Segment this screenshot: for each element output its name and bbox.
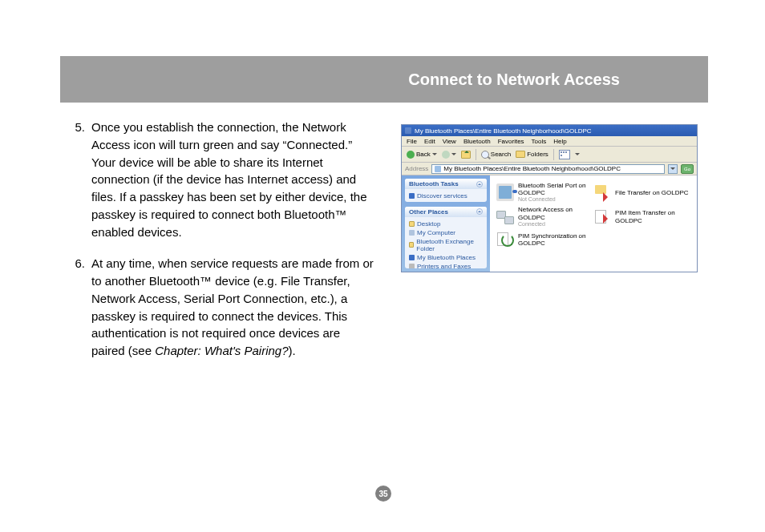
menu-file[interactable]: File: [407, 138, 417, 145]
step-6-text: At any time, when service requests are m…: [91, 255, 375, 360]
address-label: Address: [405, 165, 428, 172]
service-network-access[interactable]: Network Access on GOLDPC Connected: [496, 206, 593, 227]
address-icon: [435, 166, 441, 172]
service-text: PIM Synchronization on GOLDPC: [518, 232, 593, 247]
forward-dropdown-icon: [451, 153, 456, 158]
toolbar-separator: [476, 149, 476, 160]
address-field[interactable]: My Bluetooth Places\Entire Bluetooth Nei…: [431, 164, 665, 174]
menu-edit[interactable]: Edit: [424, 138, 435, 145]
step-5: 5. Once you establish the connection, th…: [71, 119, 375, 240]
folder-icon: [409, 242, 414, 248]
menu-help[interactable]: Help: [553, 138, 566, 145]
service-name: PIM Item Transfer on GOLDPC: [615, 209, 690, 224]
instruction-list: 5. Once you establish the connection, th…: [71, 119, 375, 374]
service-pim-item-transfer[interactable]: PIM Item Transfer on GOLDPC: [593, 206, 690, 227]
up-folder-button[interactable]: [461, 151, 471, 159]
service-name: Bluetooth Serial Port on GOLDPC: [518, 182, 593, 196]
collapse-icon: [476, 181, 483, 187]
service-name: PIM Synchronization on GOLDPC: [518, 232, 593, 247]
pane-body-bluetooth-tasks: Discover services: [405, 189, 487, 202]
sidebar-link-desktop[interactable]: Desktop: [409, 220, 483, 228]
network-access-icon: [496, 208, 514, 226]
serial-port-icon: [496, 183, 514, 201]
go-label: Go: [684, 167, 690, 171]
sidebar-link-label: My Computer: [417, 229, 455, 236]
address-path: My Bluetooth Places\Entire Bluetooth Nei…: [443, 165, 621, 172]
step-6-number: 6.: [71, 255, 91, 360]
window-titlebar[interactable]: My Bluetooth Places\Entire Bluetooth Nei…: [402, 125, 697, 136]
step-6-text-b: ).: [289, 344, 296, 357]
sidebar-link-label: Printers and Faxes: [417, 263, 471, 268]
views-dropdown-icon: [575, 153, 580, 158]
sidebar-link-my-computer[interactable]: My Computer: [409, 228, 483, 237]
service-pim-sync[interactable]: PIM Synchronization on GOLDPC: [496, 231, 593, 248]
sidebar-link-label: My Bluetooth Places: [417, 254, 476, 261]
step-6-text-a: At any time, when service requests are m…: [91, 256, 374, 357]
bluetooth-icon: [409, 193, 415, 199]
step-6-italic: Chapter: What's Pairing?: [155, 344, 288, 357]
sidebar-link-my-bt-places[interactable]: My Bluetooth Places: [409, 253, 483, 262]
service-file-transfer[interactable]: File Transfer on GOLDPC: [593, 182, 690, 203]
step-5-number: 5.: [71, 119, 91, 240]
desktop-icon: [409, 221, 415, 227]
sidebar-link-label: Discover services: [417, 192, 468, 200]
printer-icon: [409, 264, 415, 268]
toolbar: Back Search Folders: [402, 147, 697, 163]
search-button[interactable]: Search: [481, 151, 511, 159]
menu-favorites[interactable]: Favorites: [498, 138, 524, 145]
service-text: File Transfer on GOLDPC: [615, 189, 689, 196]
menu-tools[interactable]: Tools: [532, 138, 547, 145]
step-6: 6. At any time, when service requests ar…: [71, 255, 375, 360]
step-5-text: Once you establish the connection, the N…: [91, 119, 375, 240]
search-icon: [481, 151, 489, 159]
sidebar-pane-other-places: Other Places Desktop My Computer Bluetoo…: [405, 207, 487, 268]
address-bar: Address My Bluetooth Places\Entire Bluet…: [402, 163, 697, 175]
search-label: Search: [491, 151, 511, 158]
window-body: Bluetooth Tasks Discover services Other …: [402, 175, 697, 272]
back-dropdown-icon: [432, 153, 437, 158]
bluetooth-window: My Bluetooth Places\Entire Bluetooth Nei…: [401, 124, 698, 272]
window-icon: [405, 127, 411, 134]
service-text: Network Access on GOLDPC Connected: [518, 206, 593, 227]
page-header: Connect to Network Access: [60, 56, 708, 103]
go-button[interactable]: Go: [681, 164, 694, 174]
chevron-down-icon: [670, 167, 675, 172]
sidebar-link-discover-services[interactable]: Discover services: [409, 191, 483, 200]
sidebar-link-bt-exchange[interactable]: Bluetooth Exchange Folder: [409, 237, 483, 253]
service-text: PIM Item Transfer on GOLDPC: [615, 209, 690, 224]
sidebar-link-printers[interactable]: Printers and Faxes: [409, 262, 483, 268]
folder-icon: [516, 151, 525, 158]
toolbar-separator-2: [553, 149, 554, 160]
pim-transfer-icon: [593, 208, 611, 226]
file-transfer-icon: [593, 183, 611, 201]
pane-header-bluetooth-tasks[interactable]: Bluetooth Tasks: [405, 179, 487, 189]
folders-label: Folders: [527, 151, 548, 158]
menu-bar: File Edit View Bluetooth Favorites Tools…: [402, 136, 697, 147]
pane-title-other-places: Other Places: [409, 208, 448, 216]
folders-button[interactable]: Folders: [516, 151, 548, 158]
service-name: Network Access on GOLDPC: [518, 206, 593, 220]
service-name: File Transfer on GOLDPC: [615, 189, 689, 196]
sidebar-pane-bluetooth-tasks: Bluetooth Tasks Discover services: [405, 179, 487, 202]
back-label: Back: [416, 151, 431, 158]
page-number: 35: [375, 486, 391, 502]
menu-bluetooth[interactable]: Bluetooth: [463, 138, 491, 145]
back-button[interactable]: Back: [407, 151, 437, 159]
services-pane: Bluetooth Serial Port on GOLDPC Not Conn…: [490, 175, 697, 272]
views-button[interactable]: [559, 150, 570, 159]
menu-view[interactable]: View: [443, 138, 456, 145]
service-status: Not Connected: [518, 196, 593, 203]
forward-button[interactable]: [442, 151, 456, 159]
back-icon: [407, 151, 415, 159]
service-serial-port[interactable]: Bluetooth Serial Port on GOLDPC Not Conn…: [496, 182, 593, 203]
sidebar-link-label: Bluetooth Exchange Folder: [416, 238, 483, 252]
sidebar: Bluetooth Tasks Discover services Other …: [402, 175, 490, 272]
address-dropdown[interactable]: [668, 164, 678, 174]
pim-sync-icon: [496, 231, 514, 248]
sidebar-link-label: Desktop: [417, 220, 440, 228]
pane-header-other-places[interactable]: Other Places: [405, 207, 487, 217]
pane-title-bluetooth-tasks: Bluetooth Tasks: [409, 180, 459, 187]
service-status: Connected: [518, 221, 593, 228]
page-title: Connect to Network Access: [408, 71, 620, 89]
window-title-text: My Bluetooth Places\Entire Bluetooth Nei…: [415, 127, 592, 135]
